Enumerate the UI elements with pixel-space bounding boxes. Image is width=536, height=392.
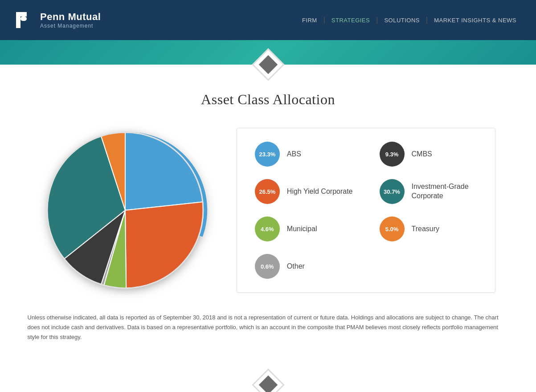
legend-pct-muni: 4.6% xyxy=(261,226,274,233)
nav-solutions[interactable]: SOLUTIONS xyxy=(378,17,426,24)
legend-label-muni: Municipal xyxy=(287,225,317,234)
main-content: Asset Class Allocation xyxy=(0,65,536,364)
section-title: Asset Class Allocation xyxy=(18,91,518,108)
legend-badge-cmbs: 9.3% xyxy=(380,142,405,167)
legend-pct-other: 0.6% xyxy=(261,263,274,270)
legend-item-treasury: 5.0% Treasury xyxy=(380,216,478,241)
legend-item-other: 0.6% Other xyxy=(255,254,353,279)
legend-pct-igc: 30.7% xyxy=(384,188,400,195)
legend-box: 23.3% ABS 9.3% CMBS 26.5% High Yield Cor… xyxy=(237,128,495,293)
legend-item-empty xyxy=(380,254,478,279)
bottom-diamond-icon xyxy=(252,369,285,392)
pie-chart-container xyxy=(41,126,210,295)
legend-item-cmbs: 9.3% CMBS xyxy=(380,142,478,167)
nav-market-insights[interactable]: MARKET INSIGHTS & NEWS xyxy=(428,17,523,24)
logo-icon xyxy=(13,9,35,31)
pie-chart xyxy=(41,126,210,295)
logo[interactable]: Penn Mutual Asset Management xyxy=(13,9,101,31)
legend-label-abs: ABS xyxy=(287,150,301,159)
legend-item-igc: 30.7% Investment-GradeCorporate xyxy=(380,179,478,204)
legend-badge-abs: 23.3% xyxy=(255,142,280,167)
main-nav: FIRM | STRATEGIES | SOLUTIONS | MARKET I… xyxy=(296,16,523,24)
legend-label-other: Other xyxy=(287,262,305,271)
teal-banner xyxy=(0,40,536,65)
legend-pct-hyc: 26.5% xyxy=(259,188,275,195)
logo-name: Penn Mutual xyxy=(40,11,101,23)
legend-badge-muni: 4.6% xyxy=(255,216,280,241)
disclaimer-text: Unless otherwise indicated, all data is … xyxy=(23,313,513,342)
legend-badge-igc: 30.7% xyxy=(380,179,405,204)
legend-item-abs: 23.3% ABS xyxy=(255,142,353,167)
svg-rect-2 xyxy=(16,12,27,16)
legend-badge-other: 0.6% xyxy=(255,254,280,279)
legend-pct-cmbs: 9.3% xyxy=(385,151,399,158)
svg-rect-3 xyxy=(20,16,27,21)
legend-item-muni: 4.6% Municipal xyxy=(255,216,353,241)
legend-pct-treasury: 5.0% xyxy=(385,226,399,233)
nav-firm[interactable]: FIRM xyxy=(296,17,323,24)
diamond-inner xyxy=(258,55,277,74)
legend-badge-hyc: 26.5% xyxy=(255,179,280,204)
legend-label-hyc: High Yield Corporate xyxy=(287,187,353,196)
bottom-section xyxy=(0,364,536,392)
legend-label-igc: Investment-GradeCorporate xyxy=(412,182,469,201)
logo-sub: Asset Management xyxy=(40,23,101,29)
legend-label-cmbs: CMBS xyxy=(412,150,432,159)
legend-item-hyc: 26.5% High Yield Corporate xyxy=(255,179,353,204)
chart-section: 23.3% ABS 9.3% CMBS 26.5% High Yield Cor… xyxy=(18,126,518,295)
top-navigation: Penn Mutual Asset Management FIRM | STRA… xyxy=(0,0,536,40)
legend-pct-abs: 23.3% xyxy=(259,151,275,158)
legend-label-treasury: Treasury xyxy=(412,225,440,234)
bottom-diamond-inner xyxy=(258,376,277,392)
legend-badge-treasury: 5.0% xyxy=(380,216,405,241)
nav-strategies[interactable]: STRATEGIES xyxy=(325,17,376,24)
